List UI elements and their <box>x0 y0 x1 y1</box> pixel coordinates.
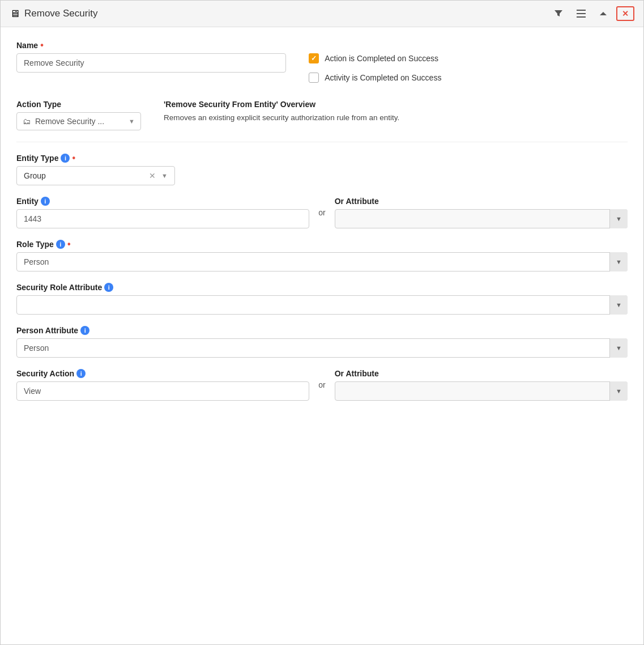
action-type-select[interactable]: 🗂 Remove Security ... ▼ <box>16 112 141 130</box>
security-action-or-label: or <box>318 380 325 389</box>
overview-box: 'Remove Security From Entity' Overview R… <box>164 100 628 124</box>
person-attr-select[interactable]: Person <box>16 338 628 358</box>
person-attr-group: Person Attribute i Person ▼ <box>16 326 628 358</box>
name-required: • <box>40 41 44 50</box>
action-completed-checkbox[interactable] <box>309 53 319 63</box>
close-button[interactable]: ✕ <box>616 6 634 21</box>
entity-type-clear-button[interactable]: ✕ <box>148 171 157 180</box>
action-type-value: Remove Security ... <box>35 117 124 126</box>
security-action-or-attr-group: Or Attribute ▼ <box>335 369 628 401</box>
entity-type-info-icon[interactable]: i <box>61 154 70 163</box>
window-icon: 🖥 <box>10 8 20 20</box>
action-completed-label: Action is Completed on Success <box>325 54 438 63</box>
name-label: Name • <box>16 41 286 50</box>
security-action-label: Security Action i <box>16 369 309 378</box>
title-bar-right: ✕ <box>549 6 634 21</box>
action-type-label: Action Type <box>16 100 141 109</box>
or-attribute-label: Or Attribute <box>335 197 628 206</box>
action-type-folder-icon: 🗂 <box>23 117 31 126</box>
action-type-arrow-icon: ▼ <box>129 118 135 125</box>
activity-completed-row: Activity is Completed on Success <box>309 73 628 83</box>
person-attr-info-icon[interactable]: i <box>80 326 89 335</box>
security-action-or-attr-select[interactable] <box>335 381 628 401</box>
entity-type-arrow-icon[interactable]: ▼ <box>161 172 168 179</box>
title-bar-left: 🖥 Remove Security <box>10 8 97 20</box>
svg-rect-0 <box>577 10 586 11</box>
security-action-info-icon[interactable]: i <box>76 369 86 378</box>
svg-rect-2 <box>577 16 586 18</box>
security-action-input[interactable] <box>16 381 309 401</box>
entity-info-icon[interactable]: i <box>41 197 50 206</box>
security-role-attr-group: Security Role Attribute i ▼ <box>16 283 628 315</box>
entity-row: Entity i or Or Attribute ▼ <box>16 197 628 228</box>
security-action-row: Security Action i or Or Attribute ▼ <box>16 369 628 401</box>
menu-button[interactable] <box>572 7 590 20</box>
entity-type-label: Entity Type i • <box>16 154 628 163</box>
action-completed-row: Action is Completed on Success <box>309 53 628 63</box>
checkboxes-group: Action is Completed on Success Activity … <box>309 41 628 88</box>
name-row: Name • Action is Completed on Success Ac… <box>16 41 628 88</box>
security-action-or-attr-wrapper: ▼ <box>335 381 628 401</box>
action-type-group: Action Type 🗂 Remove Security ... ▼ <box>16 100 141 130</box>
divider-1 <box>16 142 628 142</box>
title-bar: 🖥 Remove Security <box>1 1 643 27</box>
form-content: Name • Action is Completed on Success Ac… <box>1 27 643 426</box>
security-role-attr-label: Security Role Attribute i <box>16 283 628 292</box>
security-action-group: Security Action i <box>16 369 309 401</box>
activity-completed-label: Activity is Completed on Success <box>325 73 441 82</box>
security-role-attr-select[interactable] <box>16 295 628 315</box>
overview-text: Removes an existing explicit security au… <box>164 112 628 124</box>
security-action-or-attr-label: Or Attribute <box>335 369 628 378</box>
entity-type-select: Group ✕ ▼ <box>16 166 175 185</box>
name-input[interactable] <box>16 53 286 73</box>
or-attribute-group: Or Attribute ▼ <box>335 197 628 228</box>
role-type-group: Role Type i • Person ▼ <box>16 240 628 271</box>
role-type-info-icon[interactable]: i <box>56 240 65 249</box>
close-x: ✕ <box>622 9 629 18</box>
role-type-label: Role Type i • <box>16 240 628 249</box>
entity-type-value: Group <box>24 171 143 180</box>
person-attr-select-wrapper: Person ▼ <box>16 338 628 358</box>
name-group: Name • <box>16 41 286 73</box>
filter-button[interactable] <box>549 6 568 21</box>
security-role-attr-select-wrapper: ▼ <box>16 295 628 315</box>
entity-or-label: or <box>318 208 325 217</box>
entity-label: Entity i <box>16 197 309 206</box>
overview-title: 'Remove Security From Entity' Overview <box>164 100 628 109</box>
main-window: 🖥 Remove Security <box>0 0 644 645</box>
role-type-required: • <box>67 240 71 249</box>
svg-rect-1 <box>577 13 586 14</box>
action-type-row: Action Type 🗂 Remove Security ... ▼ 'Rem… <box>16 100 628 130</box>
entity-input[interactable] <box>16 209 309 228</box>
entity-group: Entity i <box>16 197 309 228</box>
window-title: Remove Security <box>24 8 97 19</box>
person-attr-label: Person Attribute i <box>16 326 628 335</box>
or-attribute-select-wrapper: ▼ <box>335 209 628 228</box>
entity-type-required: • <box>72 154 75 163</box>
entity-type-select-inner[interactable]: Group ✕ ▼ <box>16 166 175 185</box>
collapse-button[interactable] <box>595 8 612 19</box>
security-role-attr-info-icon[interactable]: i <box>104 283 113 292</box>
or-attribute-select[interactable] <box>335 209 628 228</box>
role-type-select-wrapper: Person ▼ <box>16 252 628 271</box>
entity-type-group: Entity Type i • Group ✕ ▼ <box>16 154 628 185</box>
hamburger-icon <box>577 10 586 18</box>
chevron-up-icon <box>599 11 607 16</box>
filter-icon <box>554 9 563 18</box>
role-type-select[interactable]: Person <box>16 252 628 271</box>
activity-completed-checkbox[interactable] <box>309 73 319 83</box>
